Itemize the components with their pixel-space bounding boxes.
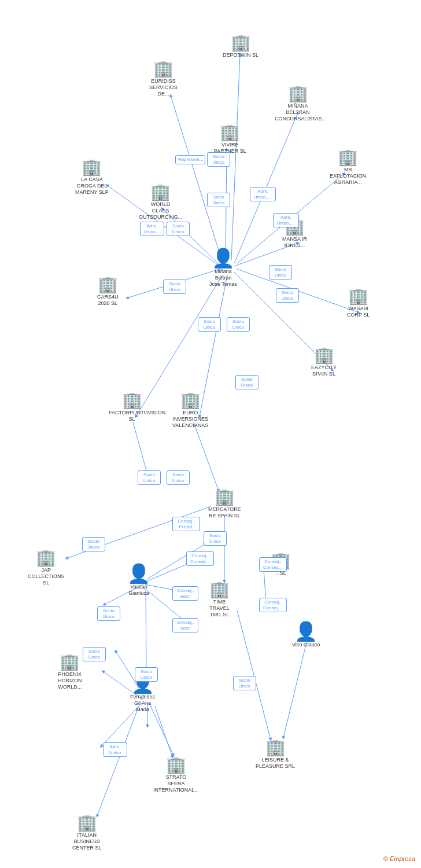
- label-mansa: MANSA IRIONES...: [282, 236, 307, 249]
- badge-socio-wasabi[interactable]: SocioÚnico: [269, 265, 292, 279]
- label-lacasa: LA CASAGROGA DELMARENY SLP: [75, 176, 109, 195]
- node-leisure[interactable]: 🏢 LEISURE &PLEASURE SRL: [256, 740, 295, 770]
- badge-socio-phoenix1[interactable]: SocioÚnico: [97, 606, 120, 621]
- label-factorpunto: FACTORPUNTOVISIONSL: [109, 410, 155, 422]
- building-icon-strato: 🏢: [166, 757, 186, 773]
- badge-represent[interactable]: Represent....: [175, 155, 205, 164]
- badge-consej-secr2[interactable]: Consej.,Secr.: [172, 618, 198, 632]
- building-icon-italian: 🏢: [77, 815, 97, 831]
- label-vaccari: VaccariGianluca: [128, 584, 149, 597]
- building-icon-mb: 🏢: [338, 149, 358, 165]
- badge-socio-c1[interactable]: SocioÚnico: [198, 317, 221, 332]
- badge-adm-world[interactable]: Adm.Unico....: [140, 222, 164, 236]
- label-strato: STRATOSFERAINTERNATIONAL...: [153, 774, 199, 793]
- label-leisure: LEISURE &PLEASURE SRL: [256, 757, 295, 770]
- badge-adm-mansa[interactable]: Adm.Unico,....: [273, 213, 299, 227]
- building-icon-mercatore: 🏢: [215, 489, 235, 505]
- building-icon-euridiss: 🏢: [153, 61, 173, 77]
- node-italian[interactable]: 🏢 ITALIANBUSINESSCENTER SL: [72, 815, 102, 851]
- label-timetravel: TIMETRAVEL1881 SL: [209, 599, 229, 617]
- svg-line-17: [133, 422, 147, 475]
- node-strato[interactable]: 🏢 STRATOSFERAINTERNATIONAL...: [153, 757, 199, 793]
- node-euro[interactable]: 🏢 EUROINVERSIONESVALENCIANAS: [172, 392, 208, 428]
- badge-socio-c2[interactable]: SocioÚnico: [227, 317, 250, 332]
- node-mb[interactable]: 🏢 MBEXPLOTACIONAGRARIA...: [330, 149, 366, 185]
- building-icon-minana-conc: 🏢: [288, 86, 308, 102]
- label-phoenix: PHOENIXHORIZONWORLD...: [58, 671, 82, 690]
- person-icon-minana: 👤: [212, 249, 235, 267]
- badge-consej-right2[interactable]: Consej.,Consej....: [259, 598, 287, 612]
- building-icon-euro: 🏢: [180, 392, 201, 409]
- node-cars4u[interactable]: 🏢 CARS4U2020 SL: [97, 277, 119, 307]
- badge-socio-vivire[interactable]: SocioÚnico: [207, 152, 230, 167]
- building-icon-eazycity: 🏢: [314, 347, 334, 363]
- label-person-minana: MiñanaBeltranJose Tomas: [209, 269, 237, 287]
- badge-socio-leisure[interactable]: SocioÚnico: [233, 676, 256, 690]
- building-icon-wasabi: 🏢: [348, 288, 368, 304]
- node-jap[interactable]: 🏢 JAPCOLLECTIONSSL: [28, 550, 65, 586]
- label-mercatore: MERCATORERE SPAIN SL: [208, 506, 241, 519]
- label-eazycity: EAZYCITYSPAIN SL: [311, 365, 337, 377]
- svg-line-2: [171, 95, 223, 263]
- node-timetravel[interactable]: 🏢 TIMETRAVEL1881 SL: [209, 582, 230, 617]
- label-fernandez: FernandezGil AnaMaria: [130, 694, 155, 712]
- node-worldclass[interactable]: 🏢 WORLDCLASSOUTSOURCING...: [139, 184, 182, 220]
- badge-socio-eazycity[interactable]: SocioÚnico: [276, 288, 299, 303]
- node-depotwin[interactable]: 🏢 DEPOTWIN SL: [223, 35, 258, 58]
- node-mercatore[interactable]: 🏢 MERCATORERE SPAIN SL: [208, 489, 241, 519]
- node-lacasa[interactable]: 🏢 LA CASAGROGA DELMARENY SLP: [75, 159, 109, 195]
- svg-line-29: [155, 706, 172, 757]
- badge-socio-factor2[interactable]: SocioÚnico: [167, 470, 190, 485]
- node-vaccari[interactable]: 👤 VaccariGianluca: [127, 564, 150, 597]
- badge-socio-world2[interactable]: SocioÚnico: [167, 222, 190, 236]
- node-factorpunto[interactable]: 🏢 FACTORPUNTOVISIONSL: [109, 392, 155, 422]
- node-phoenix[interactable]: 🏢 PHOENIXHORIZONWORLD...: [58, 654, 82, 690]
- node-eazycity[interactable]: 🏢 EAZYCITYSPAIN SL: [311, 347, 337, 377]
- label-minana-conc: MIÑANABELTRANCONCURSALISTAS...: [275, 103, 321, 122]
- svg-line-32: [237, 610, 271, 740]
- badge-socio-cars4u[interactable]: SocioÚnico: [163, 279, 186, 294]
- node-euridiss[interactable]: 🏢 EURIDISSSERVICIOSDE...: [149, 61, 178, 97]
- svg-line-30: [97, 706, 139, 816]
- label-depotwin: DEPOTWIN SL: [223, 52, 258, 58]
- building-icon-leisure: 🏢: [265, 740, 286, 756]
- building-icon-depotwin: 🏢: [231, 35, 251, 51]
- building-icon-vivire: 🏢: [220, 124, 240, 141]
- building-icon-cars4u: 🏢: [98, 277, 118, 293]
- badge-consej-secr1[interactable]: Consej.,Secr.: [172, 586, 198, 601]
- badge-adm-italian[interactable]: Adm.Unico: [103, 742, 127, 757]
- badge-consej-presid[interactable]: Consej.,Presid.: [172, 517, 200, 531]
- badge-consej-consej1[interactable]: Consej.,Consej....: [186, 551, 214, 566]
- node-vico[interactable]: 👤 Vico Glauco: [292, 622, 320, 648]
- badge-socio-euro[interactable]: SocioÚnico: [235, 375, 258, 389]
- badge-socio-fernandez[interactable]: SocioÚnico: [135, 667, 158, 682]
- svg-line-31: [283, 642, 306, 738]
- badge-consej-right1[interactable]: Consej.,Consej....: [259, 557, 287, 572]
- label-cars4u: CARS4U2020 SL: [97, 294, 119, 307]
- person-icon-vaccari: 👤: [127, 564, 150, 583]
- node-vivire[interactable]: 🏢 VIVIREPARTNER SL: [214, 124, 246, 155]
- badge-socio-world[interactable]: SocioÚnico: [207, 193, 230, 207]
- label-euro: EUROINVERSIONESVALENCIANAS: [172, 410, 208, 428]
- building-icon-timetravel: 🏢: [209, 582, 230, 598]
- building-icon-lacasa: 🏢: [82, 159, 102, 175]
- label-vico: Vico Glauco: [292, 642, 320, 648]
- node-minana-conc[interactable]: 🏢 MIÑANABELTRANCONCURSALISTAS...: [275, 86, 321, 122]
- label-mb: MBEXPLOTACIONAGRARIA...: [330, 167, 366, 185]
- node-person-minana[interactable]: 👤 MiñanaBeltranJose Tomas: [209, 249, 237, 287]
- building-icon-phoenix: 🏢: [60, 654, 80, 670]
- badge-socio-jap[interactable]: SocioÚnico: [82, 537, 105, 551]
- node-wasabi[interactable]: 🏢 WASABICORP SL: [347, 288, 370, 318]
- badge-socio-mercatore[interactable]: SocioÚnico: [204, 531, 227, 546]
- svg-line-14: [194, 422, 219, 491]
- label-wasabi: WASABICORP SL: [347, 306, 370, 318]
- graph-container: 🏢 DEPOTWIN SL 🏢 EURIDISSSERVICIOSDE... 🏢…: [0, 0, 421, 868]
- building-icon-factorpunto: 🏢: [122, 392, 142, 409]
- svg-line-1: [231, 55, 240, 260]
- person-icon-vico: 👤: [294, 622, 317, 641]
- label-worldclass: WORLDCLASSOUTSOURCING...: [139, 201, 182, 220]
- badge-adm-mb[interactable]: Adm.Unico,....: [250, 187, 276, 201]
- badge-socio-factor1[interactable]: SocioÚnico: [138, 470, 161, 485]
- label-italian: ITALIANBUSINESSCENTER SL: [72, 832, 102, 851]
- badge-socio-phoenix2[interactable]: SocioÚnico: [83, 647, 106, 661]
